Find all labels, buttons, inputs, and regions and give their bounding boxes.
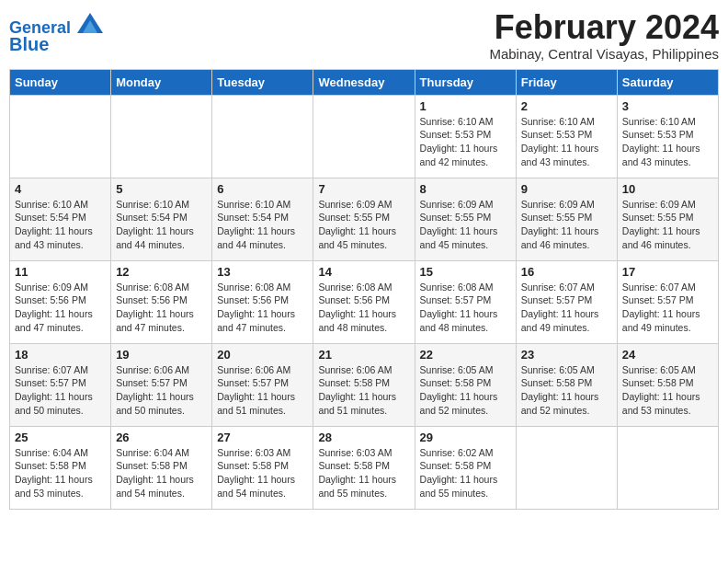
day-info: Sunrise: 6:06 AM Sunset: 5:58 PM Dayligh… xyxy=(318,363,409,418)
day-info: Sunrise: 6:05 AM Sunset: 5:58 PM Dayligh… xyxy=(622,363,713,418)
calendar-cell: 18Sunrise: 6:07 AM Sunset: 5:57 PM Dayli… xyxy=(10,343,111,426)
weekday-header-saturday: Saturday xyxy=(617,69,718,95)
day-number: 10 xyxy=(622,182,713,196)
calendar-week-row: 25Sunrise: 6:04 AM Sunset: 5:58 PM Dayli… xyxy=(10,426,719,509)
calendar-cell: 13Sunrise: 6:08 AM Sunset: 5:56 PM Dayli… xyxy=(212,260,313,343)
day-number: 17 xyxy=(622,265,713,279)
calendar-cell: 17Sunrise: 6:07 AM Sunset: 5:57 PM Dayli… xyxy=(617,260,718,343)
day-info: Sunrise: 6:03 AM Sunset: 5:58 PM Dayligh… xyxy=(318,446,409,500)
calendar-cell: 3Sunrise: 6:10 AM Sunset: 5:53 PM Daylig… xyxy=(617,95,718,178)
day-number: 1 xyxy=(420,99,511,113)
calendar-cell xyxy=(111,95,212,178)
day-info: Sunrise: 6:08 AM Sunset: 5:56 PM Dayligh… xyxy=(116,281,207,335)
day-info: Sunrise: 6:07 AM Sunset: 5:57 PM Dayligh… xyxy=(15,363,106,418)
day-info: Sunrise: 6:10 AM Sunset: 5:53 PM Dayligh… xyxy=(622,115,713,169)
weekday-header-thursday: Thursday xyxy=(415,69,516,95)
calendar-cell: 25Sunrise: 6:04 AM Sunset: 5:58 PM Dayli… xyxy=(10,426,111,509)
day-info: Sunrise: 6:10 AM Sunset: 5:53 PM Dayligh… xyxy=(420,115,511,169)
day-number: 9 xyxy=(521,182,612,196)
calendar-cell: 5Sunrise: 6:10 AM Sunset: 5:54 PM Daylig… xyxy=(111,178,212,260)
day-info: Sunrise: 6:09 AM Sunset: 5:55 PM Dayligh… xyxy=(420,198,511,252)
weekday-header-friday: Friday xyxy=(516,69,617,95)
day-info: Sunrise: 6:03 AM Sunset: 5:58 PM Dayligh… xyxy=(217,446,308,500)
day-number: 2 xyxy=(521,99,612,113)
location-subtitle: Mabinay, Central Visayas, Philippines xyxy=(489,46,719,62)
calendar-cell: 29Sunrise: 6:02 AM Sunset: 5:58 PM Dayli… xyxy=(415,426,516,509)
day-number: 6 xyxy=(217,182,308,196)
day-info: Sunrise: 6:09 AM Sunset: 5:56 PM Dayligh… xyxy=(15,281,106,335)
day-number: 4 xyxy=(15,182,106,196)
calendar-cell: 19Sunrise: 6:06 AM Sunset: 5:57 PM Dayli… xyxy=(111,343,212,426)
calendar-cell xyxy=(617,426,718,509)
weekday-header-tuesday: Tuesday xyxy=(212,69,313,95)
day-number: 19 xyxy=(116,348,207,362)
day-number: 24 xyxy=(622,348,713,362)
day-info: Sunrise: 6:07 AM Sunset: 5:57 PM Dayligh… xyxy=(622,281,713,335)
day-info: Sunrise: 6:10 AM Sunset: 5:54 PM Dayligh… xyxy=(15,198,106,252)
calendar-cell: 14Sunrise: 6:08 AM Sunset: 5:56 PM Dayli… xyxy=(313,260,415,343)
calendar-cell: 15Sunrise: 6:08 AM Sunset: 5:57 PM Dayli… xyxy=(415,260,516,343)
calendar-cell: 6Sunrise: 6:10 AM Sunset: 5:54 PM Daylig… xyxy=(212,178,313,260)
day-info: Sunrise: 6:09 AM Sunset: 5:55 PM Dayligh… xyxy=(318,198,409,252)
day-number: 23 xyxy=(521,348,612,362)
day-info: Sunrise: 6:08 AM Sunset: 5:56 PM Dayligh… xyxy=(318,281,409,335)
calendar-cell: 11Sunrise: 6:09 AM Sunset: 5:56 PM Dayli… xyxy=(10,260,111,343)
day-number: 7 xyxy=(318,182,409,196)
day-info: Sunrise: 6:06 AM Sunset: 5:57 PM Dayligh… xyxy=(217,363,308,418)
calendar-cell: 21Sunrise: 6:06 AM Sunset: 5:58 PM Dayli… xyxy=(313,343,415,426)
day-info: Sunrise: 6:08 AM Sunset: 5:57 PM Dayligh… xyxy=(420,281,511,335)
calendar-cell: 12Sunrise: 6:08 AM Sunset: 5:56 PM Dayli… xyxy=(111,260,212,343)
calendar-cell: 1Sunrise: 6:10 AM Sunset: 5:53 PM Daylig… xyxy=(415,95,516,178)
calendar-week-row: 11Sunrise: 6:09 AM Sunset: 5:56 PM Dayli… xyxy=(10,260,719,343)
weekday-header-sunday: Sunday xyxy=(10,69,111,95)
day-number: 21 xyxy=(318,348,409,362)
day-number: 29 xyxy=(420,431,511,444)
day-number: 20 xyxy=(217,348,308,362)
weekday-header-wednesday: Wednesday xyxy=(313,69,415,95)
calendar-cell: 10Sunrise: 6:09 AM Sunset: 5:55 PM Dayli… xyxy=(617,178,718,260)
calendar-table: SundayMondayTuesdayWednesdayThursdayFrid… xyxy=(9,69,719,510)
calendar-cell: 2Sunrise: 6:10 AM Sunset: 5:53 PM Daylig… xyxy=(516,95,617,178)
calendar-cell: 27Sunrise: 6:03 AM Sunset: 5:58 PM Dayli… xyxy=(212,426,313,509)
calendar-cell xyxy=(516,426,617,509)
calendar-cell: 7Sunrise: 6:09 AM Sunset: 5:55 PM Daylig… xyxy=(313,178,415,260)
day-info: Sunrise: 6:08 AM Sunset: 5:56 PM Dayligh… xyxy=(217,281,308,335)
title-area: February 2024 Mabinay, Central Visayas, … xyxy=(489,9,719,62)
day-info: Sunrise: 6:09 AM Sunset: 5:55 PM Dayligh… xyxy=(622,198,713,252)
calendar-cell: 8Sunrise: 6:09 AM Sunset: 5:55 PM Daylig… xyxy=(415,178,516,260)
day-info: Sunrise: 6:10 AM Sunset: 5:54 PM Dayligh… xyxy=(116,198,207,252)
calendar-cell: 9Sunrise: 6:09 AM Sunset: 5:55 PM Daylig… xyxy=(516,178,617,260)
calendar-cell: 22Sunrise: 6:05 AM Sunset: 5:58 PM Dayli… xyxy=(415,343,516,426)
day-number: 22 xyxy=(420,348,511,362)
weekday-header-row: SundayMondayTuesdayWednesdayThursdayFrid… xyxy=(10,69,719,95)
day-number: 28 xyxy=(318,431,409,444)
day-number: 12 xyxy=(116,265,207,279)
day-info: Sunrise: 6:10 AM Sunset: 5:53 PM Dayligh… xyxy=(521,115,612,169)
calendar-cell: 24Sunrise: 6:05 AM Sunset: 5:58 PM Dayli… xyxy=(617,343,718,426)
day-info: Sunrise: 6:07 AM Sunset: 5:57 PM Dayligh… xyxy=(521,281,612,335)
day-number: 5 xyxy=(116,182,207,196)
day-info: Sunrise: 6:04 AM Sunset: 5:58 PM Dayligh… xyxy=(116,446,207,500)
day-number: 26 xyxy=(116,431,207,444)
day-info: Sunrise: 6:04 AM Sunset: 5:58 PM Dayligh… xyxy=(15,446,106,500)
day-info: Sunrise: 6:05 AM Sunset: 5:58 PM Dayligh… xyxy=(521,363,612,418)
day-info: Sunrise: 6:10 AM Sunset: 5:54 PM Dayligh… xyxy=(217,198,308,252)
weekday-header-monday: Monday xyxy=(111,69,212,95)
calendar-cell: 4Sunrise: 6:10 AM Sunset: 5:54 PM Daylig… xyxy=(10,178,111,260)
day-info: Sunrise: 6:05 AM Sunset: 5:58 PM Dayligh… xyxy=(420,363,511,418)
day-number: 15 xyxy=(420,265,511,279)
day-number: 3 xyxy=(622,99,713,113)
calendar-cell: 16Sunrise: 6:07 AM Sunset: 5:57 PM Dayli… xyxy=(516,260,617,343)
day-number: 13 xyxy=(217,265,308,279)
calendar-cell xyxy=(313,95,415,178)
day-number: 16 xyxy=(521,265,612,279)
calendar-cell xyxy=(212,95,313,178)
day-number: 8 xyxy=(420,182,511,196)
calendar-week-row: 18Sunrise: 6:07 AM Sunset: 5:57 PM Dayli… xyxy=(10,343,719,426)
month-year-title: February 2024 xyxy=(489,9,719,46)
calendar-cell: 20Sunrise: 6:06 AM Sunset: 5:57 PM Dayli… xyxy=(212,343,313,426)
logo: General Blue xyxy=(9,13,103,54)
day-info: Sunrise: 6:09 AM Sunset: 5:55 PM Dayligh… xyxy=(521,198,612,252)
calendar-week-row: 4Sunrise: 6:10 AM Sunset: 5:54 PM Daylig… xyxy=(10,178,719,260)
calendar-cell: 26Sunrise: 6:04 AM Sunset: 5:58 PM Dayli… xyxy=(111,426,212,509)
